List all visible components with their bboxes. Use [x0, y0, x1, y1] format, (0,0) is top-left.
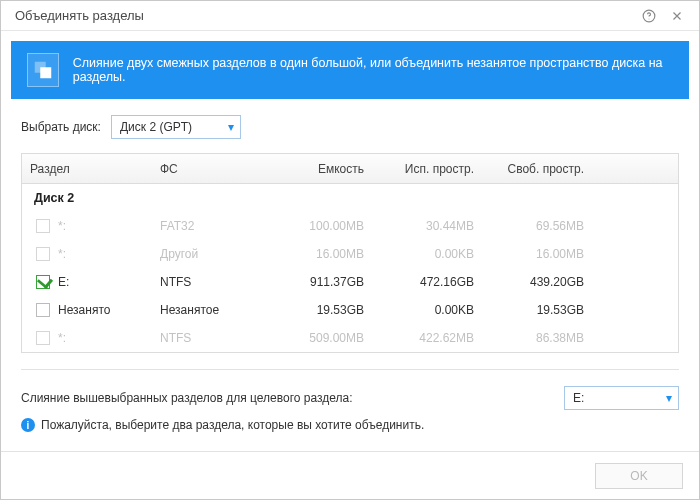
- target-dropdown-value: E:: [573, 391, 584, 405]
- partition-name: Незанято: [58, 303, 110, 317]
- banner-text: Слияние двух смежных разделов в один бол…: [73, 56, 673, 84]
- help-icon[interactable]: [635, 1, 663, 31]
- disk-dropdown-value: Диск 2 (GPT): [120, 120, 192, 134]
- partition-name: E:: [58, 275, 69, 289]
- col-free: Своб. простр.: [482, 162, 592, 176]
- cell-free: 19.53GB: [482, 303, 592, 317]
- cell-cap: 19.53GB: [262, 303, 372, 317]
- cell-fs: Другой: [152, 247, 262, 261]
- partition-name: *:: [58, 331, 66, 345]
- cell-fs: Незанятое: [152, 303, 262, 317]
- svg-point-1: [649, 18, 650, 19]
- info-icon: i: [21, 418, 35, 432]
- hint-text: Пожалуйста, выберите два раздела, которы…: [41, 418, 424, 432]
- disk-dropdown[interactable]: Диск 2 (GPT) ▾: [111, 115, 241, 139]
- cell-fs: NTFS: [152, 331, 262, 345]
- dialog-merge-partitions: Объединять разделы Слияние двух смежных …: [0, 0, 700, 500]
- target-label: Слияние вышевыбранных разделов для целев…: [21, 391, 353, 405]
- cell-cap: 911.37GB: [262, 275, 372, 289]
- col-fs: ФС: [152, 162, 262, 176]
- cell-free: 69.56MB: [482, 219, 592, 233]
- col-capacity: Емкость: [262, 162, 372, 176]
- cell-free: 439.20GB: [482, 275, 592, 289]
- disk-group-label: Диск 2: [22, 184, 678, 212]
- row-checkbox[interactable]: [36, 219, 50, 233]
- table-row[interactable]: *:NTFS509.00MB422.62MB86.38MB: [22, 324, 678, 352]
- row-checkbox[interactable]: [36, 247, 50, 261]
- merge-icon: [27, 53, 59, 87]
- close-icon[interactable]: [663, 1, 691, 31]
- cell-used: 422.62MB: [372, 331, 482, 345]
- window-title: Объединять разделы: [15, 8, 144, 23]
- table-row[interactable]: *:FAT32100.00MB30.44MB69.56MB: [22, 212, 678, 240]
- cell-used: 472.16GB: [372, 275, 482, 289]
- row-checkbox[interactable]: [36, 303, 50, 317]
- chevron-down-icon: ▾: [228, 120, 234, 134]
- row-checkbox[interactable]: [36, 275, 50, 289]
- table-row[interactable]: *:Другой16.00MB0.00KB16.00MB: [22, 240, 678, 268]
- col-partition: Раздел: [22, 162, 152, 176]
- partition-name: *:: [58, 219, 66, 233]
- footer: OK: [1, 451, 699, 499]
- select-disk-label: Выбрать диск:: [21, 120, 101, 134]
- chevron-down-icon: ▾: [666, 391, 672, 405]
- col-used: Исп. простр.: [372, 162, 482, 176]
- cell-fs: FAT32: [152, 219, 262, 233]
- cell-used: 30.44MB: [372, 219, 482, 233]
- cell-cap: 16.00MB: [262, 247, 372, 261]
- partition-name: *:: [58, 247, 66, 261]
- info-banner: Слияние двух смежных разделов в один бол…: [11, 41, 689, 99]
- cell-free: 16.00MB: [482, 247, 592, 261]
- ok-button[interactable]: OK: [595, 463, 683, 489]
- partition-table: Раздел ФС Емкость Исп. простр. Своб. про…: [21, 153, 679, 353]
- ok-button-label: OK: [630, 469, 647, 483]
- row-checkbox[interactable]: [36, 331, 50, 345]
- table-row[interactable]: E:NTFS911.37GB472.16GB439.20GB: [22, 268, 678, 296]
- cell-cap: 509.00MB: [262, 331, 372, 345]
- target-dropdown[interactable]: E: ▾: [564, 386, 679, 410]
- divider: [21, 369, 679, 370]
- table-header: Раздел ФС Емкость Исп. простр. Своб. про…: [22, 154, 678, 184]
- table-row[interactable]: НезанятоНезанятое19.53GB0.00KB19.53GB: [22, 296, 678, 324]
- svg-rect-3: [40, 67, 51, 78]
- cell-used: 0.00KB: [372, 247, 482, 261]
- cell-free: 86.38MB: [482, 331, 592, 345]
- cell-fs: NTFS: [152, 275, 262, 289]
- titlebar: Объединять разделы: [1, 1, 699, 31]
- cell-cap: 100.00MB: [262, 219, 372, 233]
- cell-used: 0.00KB: [372, 303, 482, 317]
